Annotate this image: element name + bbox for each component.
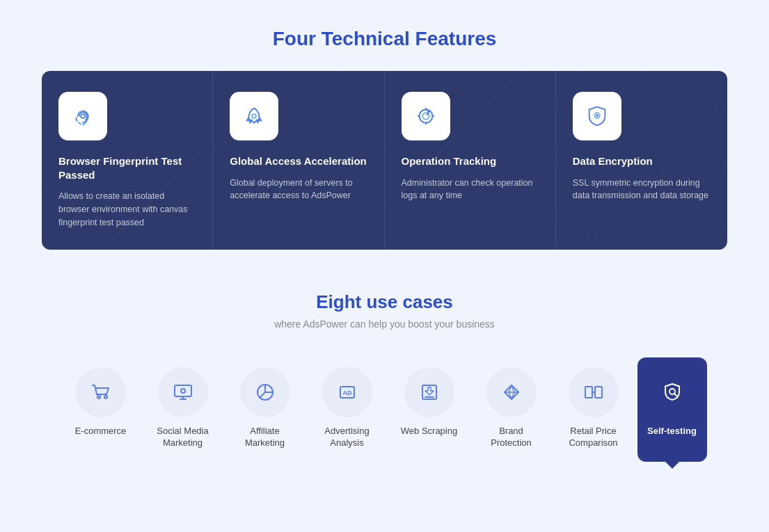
cart-icon xyxy=(90,381,112,403)
shield-encryption-icon xyxy=(584,103,610,129)
affiliate-icon-circle xyxy=(240,367,290,417)
feature-desc-tracking: Administrator can check operation logs a… xyxy=(402,177,539,203)
svg-point-6 xyxy=(596,114,598,117)
advertising-icon-circle: AD xyxy=(322,367,372,417)
retail-label: Retail Price Comparison xyxy=(562,426,625,449)
download-icon xyxy=(418,381,441,403)
features-grid: Browser Fingerprint Test Passed Allows t… xyxy=(42,71,727,250)
scraping-label: Web Scraping xyxy=(401,426,457,437)
use-cases-title: Eight use cases xyxy=(42,291,727,313)
feature-card-acceleration: Global Access Acceleration Global deploy… xyxy=(213,71,384,250)
feature-card-encryption: Data Encryption SSL symmetric encryption… xyxy=(556,71,727,250)
advertising-label: Advertising Analysis xyxy=(316,426,379,449)
pie-icon xyxy=(254,381,276,403)
svg-point-2 xyxy=(419,110,432,123)
use-cases-grid: E-commerce Social Media Marketing xyxy=(42,357,727,462)
use-case-retail[interactable]: Retail Price Comparison xyxy=(555,357,632,462)
compare-icon xyxy=(582,381,605,403)
feature-title-fingerprint: Browser Fingerprint Test Passed xyxy=(58,154,196,182)
ecommerce-icon-circle xyxy=(76,367,126,417)
ecommerce-label: E-commerce xyxy=(75,426,127,437)
svg-point-0 xyxy=(81,114,85,118)
svg-point-1 xyxy=(252,114,256,118)
brand-icon-circle xyxy=(486,367,537,417)
feature-desc-fingerprint: Allows to create an isolated browser env… xyxy=(58,190,196,229)
svg-rect-16 xyxy=(595,387,602,398)
use-case-brand[interactable]: Brand Protection xyxy=(473,357,550,462)
selftesting-icon-circle xyxy=(647,367,697,417)
feature-card-fingerprint: Browser Fingerprint Test Passed Allows t… xyxy=(42,71,213,250)
ad-icon: AD xyxy=(336,381,358,403)
use-case-advertising[interactable]: AD Advertising Analysis xyxy=(309,357,386,462)
tracking-icon xyxy=(413,103,439,129)
feature-title-tracking: Operation Tracking xyxy=(402,154,539,168)
scraping-icon-circle xyxy=(404,367,454,417)
svg-rect-15 xyxy=(585,387,592,398)
selftesting-label: Self-testing xyxy=(647,426,697,437)
monitor-icon xyxy=(172,381,194,403)
svg-point-10 xyxy=(181,389,185,393)
use-case-ecommerce[interactable]: E-commerce xyxy=(63,357,139,462)
rocket-icon xyxy=(241,103,267,129)
fingerprint-icon-wrapper xyxy=(58,92,107,140)
feature-desc-encryption: SSL symmetric encryption during data tra… xyxy=(573,177,711,203)
feature-card-tracking: Operation Tracking Administrator can che… xyxy=(385,71,556,250)
social-media-label: Social Media Marketing xyxy=(152,426,214,449)
use-cases-section: Eight use cases where AdsPower can help … xyxy=(42,291,727,462)
svg-text:AD: AD xyxy=(342,389,351,396)
social-media-icon-circle xyxy=(158,367,208,417)
svg-point-7 xyxy=(97,396,100,398)
features-title: Four Technical Features xyxy=(42,28,727,50)
retail-icon-circle xyxy=(569,367,619,417)
use-cases-subtitle: where AdsPower can help you boost your b… xyxy=(42,319,727,330)
svg-point-4 xyxy=(427,110,429,113)
svg-rect-9 xyxy=(175,385,191,396)
fingerprint-icon xyxy=(70,103,96,129)
shield-icon-wrapper xyxy=(573,92,621,140)
feature-title-encryption: Data Encryption xyxy=(573,154,711,168)
use-case-scraping[interactable]: Web Scraping xyxy=(391,357,468,462)
brand-label: Brand Protection xyxy=(480,426,543,449)
feature-title-acceleration: Global Access Acceleration xyxy=(230,154,367,168)
use-case-affiliate[interactable]: Affiliate Marketing xyxy=(227,357,303,462)
feature-desc-acceleration: Global deployment of servers to accelera… xyxy=(230,177,367,203)
diamond-icon xyxy=(500,381,523,403)
rocket-icon-wrapper xyxy=(230,92,278,140)
affiliate-label: Affiliate Marketing xyxy=(234,426,296,449)
svg-point-8 xyxy=(104,396,107,398)
tracking-icon-wrapper xyxy=(402,92,450,140)
use-case-selftesting[interactable]: Self-testing xyxy=(637,357,707,462)
search-shield-icon xyxy=(661,381,683,403)
use-case-social-media[interactable]: Social Media Marketing xyxy=(145,357,221,462)
